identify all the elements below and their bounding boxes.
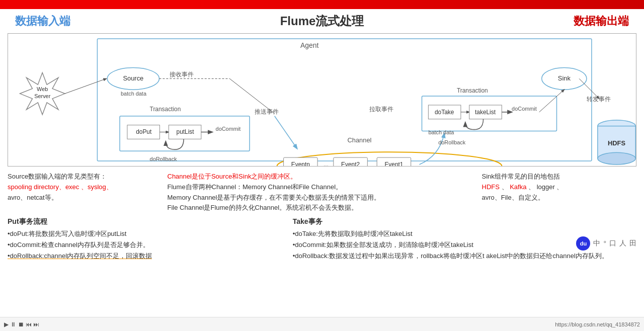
tool-grid[interactable]: 田 <box>629 239 636 248</box>
tool-person[interactable]: 人 <box>619 239 626 248</box>
bottom-area: Put事务流程 •doPut:将批数据先写入临时缓冲区putList •doCo… <box>0 213 644 262</box>
channel-title-red: Channel是位于Source和Sink之间的缓冲区。 <box>168 172 477 182</box>
content-area: Source数据输入端的常见类型有： spooling directory、ex… <box>0 167 644 213</box>
take-transaction-title: Take事务 <box>293 217 636 226</box>
put-item1: •doPut:将批数据先写入临时缓冲区putList <box>8 228 237 239</box>
take-item3: •doRollback:数据发送过程中如果出现异常，rollback将临时缓冲区… <box>293 251 636 262</box>
put-item3: •doRollback:channel内存队列空间不足，回滚数据 <box>8 251 237 262</box>
transaction-right-label: Transaction <box>457 87 488 94</box>
svg-point-26 <box>598 152 635 164</box>
source-types-normal: avro、netcat等。 <box>8 193 163 203</box>
baidu-icon[interactable]: du <box>576 236 590 251</box>
tool-degree[interactable]: ° <box>603 239 606 247</box>
channel-line3: File Channel是Flume的持久化Channel。系统宕机不会丢失数据… <box>168 203 477 213</box>
channel-column: Channel是位于Source和Sink之间的缓冲区。 Flume自带两种Ch… <box>168 172 477 213</box>
sink-types-normal: avro、File、自定义。 <box>482 193 637 203</box>
sink-hdfs: HDFS <box>482 183 500 191</box>
push-event-label: 推送事件 <box>255 108 279 115</box>
top-bar <box>0 0 644 9</box>
header-left: 数据输入端 <box>15 14 70 29</box>
put-transaction-col: Put事务流程 •doPut:将批数据先写入临时缓冲区putList •doCo… <box>8 217 237 262</box>
put-transaction-title: Put事务流程 <box>8 217 237 226</box>
dorollback-left: doRollback <box>150 156 178 162</box>
receive-event-label: 接收事件 <box>170 71 194 78</box>
tool-box[interactable]: 口 <box>609 239 616 248</box>
batch-data-right: batch data <box>428 129 454 135</box>
header-right: 数据输出端 <box>574 14 629 29</box>
channel-line1: Flume自带两种Channel：Memory Channel和File Cha… <box>168 182 477 193</box>
docommit-right: doCommit <box>512 106 537 112</box>
dorollback-right: doRollback <box>438 139 466 145</box>
docommit-left: doCommit <box>216 126 241 132</box>
batch-data-left: batch data <box>121 91 147 97</box>
channel-label: Channel <box>347 136 371 144</box>
event2-label: Event2 <box>341 161 360 166</box>
dots-label: ... <box>324 161 329 166</box>
dotake-label: doTake <box>435 109 454 116</box>
source-column: Source数据输入端的常见类型有： spooling directory、ex… <box>8 172 163 213</box>
doput-label: doPut <box>136 128 152 135</box>
nav-icons: ▶ ⏸ ⏹ ⏮ ⏭ <box>4 321 39 328</box>
sink-types-mixed: HDFS 、 Kafka 、 logger 、 <box>482 182 637 193</box>
source-types-red: spooling directory、exec 、syslog、 <box>8 182 163 193</box>
channel-line2: Memory Channel是基于内存缓存，在不需要关心数据丢失的情景下适用。 <box>168 193 477 203</box>
forward-event-label: 转发事件 <box>587 96 611 103</box>
svg-text:Web: Web <box>37 86 48 92</box>
sink-sep1: 、 <box>502 183 510 191</box>
bottom-toolbar-left: ▶ ⏸ ⏹ ⏮ ⏭ <box>4 321 39 328</box>
sink-label: Sink <box>558 74 571 82</box>
event1-label: Event1 <box>384 161 403 166</box>
source-label: Source <box>123 74 143 82</box>
eventn-label: Eventn <box>291 161 310 166</box>
diagram-area: Agent Web Server Source 接收事件 batch data … <box>8 33 636 167</box>
put-item2: •doCommit:检查channel内存队列是否足够合并。 <box>8 239 237 251</box>
sink-column: Sink组件常见的目的地包括 HDFS 、 Kafka 、 logger 、 a… <box>482 172 637 213</box>
bottom-toolbar-url: https://blog.csdn.net/qq_41834872 <box>555 321 640 327</box>
svg-text:Server: Server <box>34 93 50 99</box>
header: 数据输入端 Flume流式处理 数据输出端 <box>0 9 644 33</box>
sink-kafka: Kafka <box>510 183 526 191</box>
agent-label: Agent <box>300 41 318 49</box>
hdfs-label: HDFS <box>608 139 625 147</box>
source-title: Source数据输入端的常见类型有： <box>8 172 163 182</box>
sink-sep2: 、 logger 、 <box>528 183 563 191</box>
tool-chinese[interactable]: 中 <box>593 239 600 248</box>
transaction-left-label: Transaction <box>150 106 181 113</box>
pull-event-label: 拉取事件 <box>369 106 393 113</box>
bottom-toolbar: ▶ ⏸ ⏹ ⏮ ⏭ https://blog.csdn.net/qq_41834… <box>0 317 644 331</box>
header-center: Flume流式处理 <box>280 13 364 29</box>
sink-title: Sink组件常见的目的地包括 <box>482 172 637 182</box>
takelist-label: takeList <box>475 109 496 116</box>
putlist-label: putList <box>177 128 195 135</box>
top-right-tools: du 中 ° 口 人 田 <box>576 236 636 251</box>
